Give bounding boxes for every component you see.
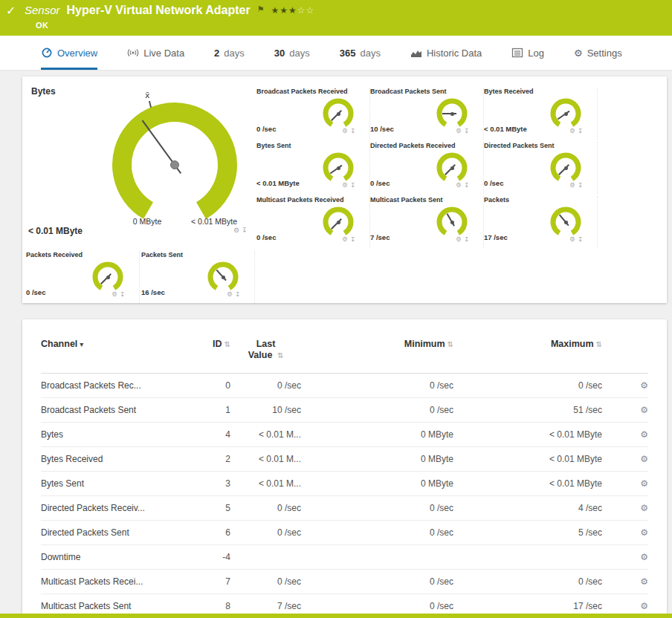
channel-minimum: 0 /sec (301, 496, 453, 521)
download-icon[interactable]: ↧ (578, 181, 585, 189)
channel-settings-icon[interactable]: ⚙ (640, 454, 648, 464)
channel-settings-icon[interactable]: ⚙ (640, 405, 648, 415)
gauge-dial (436, 152, 468, 184)
gauge-dial (91, 261, 124, 293)
gear-icon[interactable]: ⚙ (112, 290, 120, 298)
tab-2-days[interactable]: 2 days (214, 36, 245, 70)
ok-check-icon: ✓ (6, 4, 16, 18)
tab-365-days[interactable]: 365 days (340, 36, 381, 70)
column-header-channel[interactable]: Channel▾ (41, 331, 178, 374)
channel-settings-icon[interactable]: ⚙ (640, 601, 648, 611)
tab-number: 30 (274, 48, 285, 59)
channel-settings-icon[interactable]: ⚙ (640, 503, 648, 513)
gauge-directed-packets-sent[interactable]: Directed Packets Sent 0 /sec ⚙↧ (484, 142, 598, 194)
gauge-directed-packets-received[interactable]: Directed Packets Received 0 /sec ⚙↧ (370, 142, 484, 194)
gauge-dial (436, 97, 468, 130)
gauge-packets-received[interactable]: Packets Received 0 /sec ⚙↧ (26, 251, 140, 303)
channel-id: 6 (178, 521, 230, 545)
gauge-dial (207, 261, 239, 293)
download-icon[interactable]: ↧ (464, 235, 471, 243)
tab-label: Log (528, 48, 544, 59)
download-icon[interactable]: ↧ (578, 127, 585, 134)
object-kind-label: Sensor (25, 4, 60, 16)
channel-id: 0 (178, 374, 230, 398)
gauge-pivot (337, 166, 340, 170)
tab-30-days[interactable]: 30 days (274, 36, 310, 70)
gear-icon[interactable]: ⚙ (227, 290, 235, 298)
gear-icon[interactable]: ⚙ (342, 181, 350, 189)
stars-filled[interactable]: ★★★ (271, 5, 297, 16)
gear-icon[interactable]: ⚙ (233, 227, 242, 234)
gauge-multicast-packets-received[interactable]: Multicast Packets Received 0 /sec ⚙↧ (256, 196, 370, 248)
download-icon[interactable]: ↧ (464, 181, 471, 189)
download-icon[interactable]: ↧ (350, 127, 358, 134)
column-header-id[interactable]: ID⇅ (178, 331, 230, 374)
download-icon[interactable]: ↧ (120, 290, 127, 298)
tab-log[interactable]: Log (511, 36, 544, 70)
column-header-minimum[interactable]: Minimum⇅ (301, 331, 453, 374)
channel-minimum (301, 545, 453, 570)
column-header-last-value[interactable]: Last Value ⇅ (230, 331, 301, 374)
gauge-title: Bytes Received (484, 88, 597, 96)
download-icon[interactable]: ↧ (235, 290, 242, 298)
gauge-bytes-received[interactable]: Bytes Received < 0.01 MByte ⚙↧ (484, 88, 598, 140)
channel-maximum: < 0.01 MByte (453, 472, 602, 496)
download-icon[interactable]: ↧ (350, 235, 358, 243)
sort-desc-icon: ▾ (80, 340, 83, 348)
channel-settings-icon[interactable]: ⚙ (640, 478, 648, 489)
channel-last-value: 10 /sec (230, 398, 301, 423)
gauge-title: Multicast Packets Sent (370, 196, 483, 204)
gauge-broadcast-packets-received[interactable]: Broadcast Packets Received 0 /sec ⚙↧ (256, 88, 370, 140)
tab-settings[interactable]: ⚙ Settings (574, 36, 622, 70)
gear-icon[interactable]: ⚙ (342, 235, 350, 243)
status-badge: OK (36, 21, 49, 30)
gauge-title: Broadcast Packets Received (256, 88, 369, 96)
channel-maximum: < 0.01 MByte (453, 423, 602, 447)
gauge-min-label: 0 MByte (121, 217, 173, 226)
gauge-pivot (450, 166, 454, 170)
gear-icon[interactable]: ⚙ (569, 235, 578, 243)
next-section-edge (0, 614, 672, 618)
channel-settings-icon[interactable]: ⚙ (640, 429, 648, 440)
tab-overview[interactable]: Overview (41, 36, 97, 70)
column-header-maximum[interactable]: Maximum⇅ (453, 331, 602, 374)
gauge-bytes-sent[interactable]: Bytes Sent < 0.01 MByte ⚙↧ (256, 142, 370, 194)
gauge-title: Packets (484, 196, 597, 204)
channel-settings-icon[interactable]: ⚙ (640, 576, 648, 587)
gauge-packets-sent[interactable]: Packets Sent 16 /sec ⚙↧ (141, 251, 255, 303)
gear-icon[interactable]: ⚙ (456, 181, 464, 189)
channel-settings-icon[interactable]: ⚙ (640, 527, 648, 538)
gauge-value: < 0.01 MByte (256, 179, 300, 187)
priority-stars[interactable]: ★★★☆☆ (271, 5, 315, 16)
table-row: Broadcast Packets Sent 1 10 /sec 0 /sec … (41, 398, 648, 423)
gauge-packets[interactable]: Packets 17 /sec ⚙↧ (484, 196, 598, 248)
table-header-row: Channel▾ ID⇅ Last Value ⇅ Minimum⇅ Maxim… (41, 331, 648, 374)
tab-label: days (289, 48, 309, 59)
gauge-pivot (106, 276, 110, 279)
tab-live-data[interactable]: Live Data (127, 36, 184, 70)
stars-empty[interactable]: ☆☆ (297, 5, 315, 16)
tab-historic-data[interactable]: Historic Data (410, 36, 482, 70)
gauge-pivot (564, 166, 568, 170)
channel-settings-icon[interactable]: ⚙ (640, 552, 648, 562)
download-icon[interactable]: ↧ (350, 181, 358, 189)
channel-settings-icon[interactable]: ⚙ (640, 380, 648, 391)
gauge-bytes-main[interactable]: x̄ 0 MByte < 0.01 MByte (100, 91, 249, 239)
gauge-broadcast-packets-sent[interactable]: Broadcast Packets Sent 10 /sec ⚙↧ (370, 88, 484, 140)
gauge-max-label: < 0.01 MByte (181, 217, 248, 226)
gear-icon[interactable]: ⚙ (569, 127, 578, 134)
gear-icon[interactable]: ⚙ (456, 127, 464, 134)
channel-name: Multicast Packets Sent (41, 594, 178, 614)
channel-minimum: 0 /sec (301, 594, 453, 614)
download-icon[interactable]: ↧ (242, 227, 250, 234)
download-icon[interactable]: ↧ (578, 235, 585, 243)
gear-icon[interactable]: ⚙ (456, 235, 464, 243)
gear-icon[interactable]: ⚙ (569, 181, 578, 189)
tab-number: 365 (340, 48, 356, 59)
gear-icon[interactable]: ⚙ (342, 127, 350, 134)
channel-maximum: < 0.01 MByte (453, 447, 602, 472)
gauge-multicast-packets-sent[interactable]: Multicast Packets Sent 7 /sec ⚙↧ (370, 196, 484, 248)
flag-icon[interactable]: ⚑ (257, 4, 265, 14)
download-icon[interactable]: ↧ (464, 127, 471, 134)
gauge-title: Multicast Packets Received (256, 196, 369, 204)
